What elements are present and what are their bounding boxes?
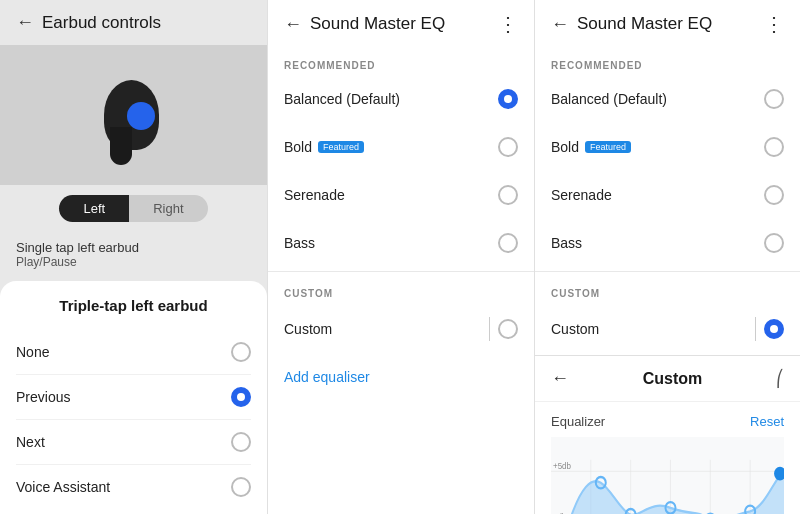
p3-serenade-label: Serenade	[551, 187, 612, 203]
single-tap-sub: Play/Pause	[16, 255, 251, 269]
option-next[interactable]: Next	[16, 420, 251, 465]
option-none[interactable]: None	[16, 330, 251, 375]
eq-bass-option[interactable]: Bass	[268, 219, 534, 267]
p3-featured-badge: Featured	[585, 141, 631, 153]
panel3-back-button[interactable]: ←	[551, 14, 569, 35]
option-next-label: Next	[16, 434, 45, 450]
equalizer-row-header: Equalizer Reset	[551, 414, 784, 429]
eq-bass-radio[interactable]	[498, 233, 518, 253]
eq-serenade-option[interactable]: Serenade	[268, 171, 534, 219]
eq-chart-svg: +5db 0db -5db	[551, 437, 784, 514]
earbud-stem-shape	[110, 127, 132, 165]
recommended-label: RECOMMENDED	[268, 48, 534, 75]
custom-divider	[489, 317, 490, 341]
edit-icon[interactable]: ⎛	[776, 369, 784, 388]
eq-sub-back-button[interactable]: ←	[551, 368, 569, 389]
option-previous-radio[interactable]	[231, 387, 251, 407]
eq-bold-label: Bold Featured	[284, 139, 364, 155]
earbud-image	[94, 65, 174, 165]
right-toggle-button[interactable]: Right	[129, 195, 207, 222]
earbud-controls-panel: ← Earbud controls Left Right Single tap …	[0, 0, 267, 514]
sound-master-eq-panel2: ← Sound Master EQ ⋮ RECOMMENDED Balanced…	[534, 0, 800, 514]
p3-bold-label: Bold Featured	[551, 139, 631, 155]
p3-custom-label: Custom	[551, 321, 599, 337]
earbud-circle-shape	[127, 102, 155, 130]
option-voice-radio[interactable]	[231, 477, 251, 497]
panel1-header: ← Earbud controls	[0, 0, 267, 45]
panel2-menu-button[interactable]: ⋮	[498, 12, 518, 36]
eq-bass-label: Bass	[284, 235, 315, 251]
eq-bold-radio[interactable]	[498, 137, 518, 157]
option-none-radio[interactable]	[231, 342, 251, 362]
p3-bass-label: Bass	[551, 235, 582, 251]
p3-bold-option[interactable]: Bold Featured	[535, 123, 800, 171]
eq-serenade-label: Serenade	[284, 187, 345, 203]
svg-text:+5db: +5db	[553, 460, 571, 471]
option-next-radio[interactable]	[231, 432, 251, 452]
custom-equalizer-panel: ← Custom ⎛ Equalizer Reset	[535, 355, 800, 514]
single-tap-label: Single tap left earbud	[16, 240, 251, 255]
p3-custom-divider	[755, 317, 756, 341]
option-previous[interactable]: Previous	[16, 375, 251, 420]
equalizer-sub-header: ← Custom ⎛	[535, 356, 800, 402]
panel3-title: Sound Master EQ	[577, 14, 756, 34]
left-toggle-button[interactable]: Left	[59, 195, 129, 222]
equalizer-section: Equalizer Reset +5db 0db -5db	[535, 402, 800, 514]
p3-balanced-radio[interactable]	[764, 89, 784, 109]
p3-custom-radio[interactable]	[764, 319, 784, 339]
panel3-header: ← Sound Master EQ ⋮	[535, 0, 800, 48]
single-tap-section: Single tap left earbud Play/Pause	[0, 232, 267, 277]
svg-point-17	[775, 468, 784, 479]
featured-badge: Featured	[318, 141, 364, 153]
custom-option-row[interactable]: Custom	[268, 303, 534, 355]
panel3-menu-button[interactable]: ⋮	[764, 12, 784, 36]
p3-serenade-radio[interactable]	[764, 185, 784, 205]
eq-serenade-radio[interactable]	[498, 185, 518, 205]
divider-1	[268, 271, 534, 272]
eq-bold-option[interactable]: Bold Featured	[268, 123, 534, 171]
triple-tap-card: Triple-tap left earbud None Previous Nex…	[0, 281, 267, 514]
custom-section-label: CUSTOM	[268, 276, 534, 303]
option-voice-assistant[interactable]: Voice Assistant	[16, 465, 251, 509]
left-right-toggle: Left Right	[0, 185, 267, 232]
custom-option-label: Custom	[284, 321, 332, 337]
eq-balanced-radio[interactable]	[498, 89, 518, 109]
panel1-title: Earbud controls	[42, 13, 251, 33]
p3-custom-section-label: CUSTOM	[535, 276, 800, 303]
p3-balanced-label: Balanced (Default)	[551, 91, 667, 107]
option-previous-label: Previous	[16, 389, 70, 405]
equalizer-title: Custom	[569, 370, 776, 388]
p3-divider	[535, 271, 800, 272]
panel3-recommended-label: RECOMMENDED	[535, 48, 800, 75]
option-none-label: None	[16, 344, 49, 360]
p3-balanced-option[interactable]: Balanced (Default)	[535, 75, 800, 123]
p3-serenade-option[interactable]: Serenade	[535, 171, 800, 219]
panel2-header: ← Sound Master EQ ⋮	[268, 0, 534, 48]
panel2-title: Sound Master EQ	[310, 14, 490, 34]
p3-bass-radio[interactable]	[764, 233, 784, 253]
equalizer-label: Equalizer	[551, 414, 605, 429]
earbud-visual	[0, 45, 267, 185]
eq-balanced-label: Balanced (Default)	[284, 91, 400, 107]
add-equaliser-button[interactable]: Add equaliser	[268, 355, 534, 399]
p3-bass-option[interactable]: Bass	[535, 219, 800, 267]
p3-custom-option-row[interactable]: Custom	[535, 303, 800, 355]
eq-balanced-option[interactable]: Balanced (Default)	[268, 75, 534, 123]
p3-bold-radio[interactable]	[764, 137, 784, 157]
custom-radio[interactable]	[498, 319, 518, 339]
triple-tap-title: Triple-tap left earbud	[16, 297, 251, 314]
panel2-back-button[interactable]: ←	[284, 14, 302, 35]
option-voice-label: Voice Assistant	[16, 479, 110, 495]
reset-button[interactable]: Reset	[750, 414, 784, 429]
equalizer-chart: +5db 0db -5db	[551, 437, 784, 514]
panel1-back-button[interactable]: ←	[16, 12, 34, 33]
sound-master-eq-panel: ← Sound Master EQ ⋮ RECOMMENDED Balanced…	[267, 0, 534, 514]
